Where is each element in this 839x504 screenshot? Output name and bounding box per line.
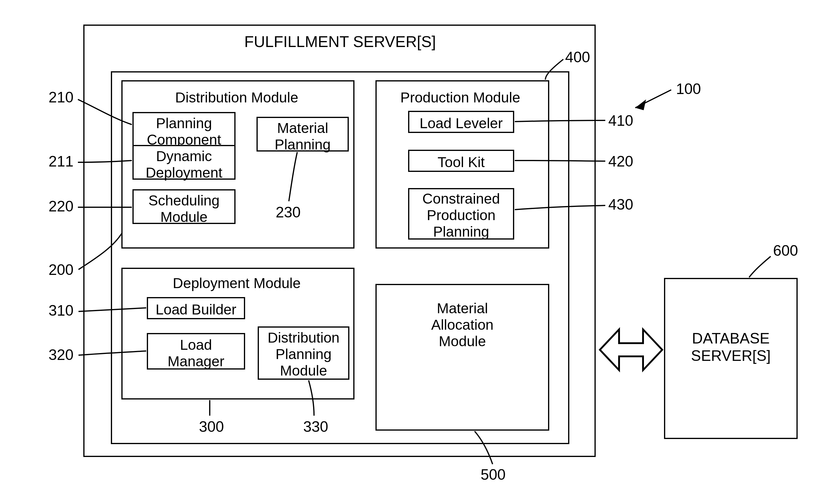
distribution-planning-label: Distribution Planning Module — [258, 329, 349, 379]
scheduling-module-label: Scheduling Module — [133, 192, 235, 225]
tool-kit-label: Tool Kit — [408, 154, 514, 170]
ref-100: 100 — [676, 80, 701, 97]
distribution-title: Distribution Module — [159, 89, 315, 106]
ref-330: 330 — [303, 418, 328, 435]
ref-600: 600 — [773, 242, 798, 259]
ref-430: 430 — [608, 196, 633, 213]
database-server-label: DATABASE SERVER[S] — [664, 330, 798, 364]
ref-220: 220 — [49, 198, 73, 215]
ref-320: 320 — [49, 346, 73, 363]
ref-230: 230 — [276, 204, 300, 221]
ref-400: 400 — [565, 49, 590, 66]
fulfillment-title: FULFILLMENT SERVER[S] — [222, 33, 458, 51]
svg-line-0 — [635, 90, 671, 108]
load-builder-label: Load Builder — [147, 301, 245, 318]
load-leveler-label: Load Leveler — [408, 115, 514, 131]
ref-300: 300 — [199, 418, 224, 435]
ref-410: 410 — [608, 112, 633, 129]
ref-310: 310 — [49, 302, 73, 319]
constrained-planning-label: Constrained Production Planning — [408, 191, 514, 240]
svg-marker-1 — [635, 100, 646, 110]
ref-200: 200 — [49, 261, 73, 278]
dynamic-deployment-label: Dynamic Deployment — [133, 148, 235, 181]
ref-211: 211 — [49, 153, 73, 170]
ref-210: 210 — [49, 89, 73, 106]
deployment-title: Deployment Module — [147, 275, 327, 291]
double-arrow-icon — [600, 329, 662, 370]
production-title: Production Module — [388, 89, 532, 106]
load-manager-label: Load Manager — [147, 337, 245, 370]
material-planning-label: Material Planning — [257, 120, 349, 153]
ref-500: 500 — [480, 466, 506, 483]
svg-marker-2 — [600, 329, 662, 370]
ref-420: 420 — [608, 153, 633, 170]
material-allocation-label: Material Allocation Module — [375, 300, 549, 350]
planning-component-label: Planning Component — [133, 115, 235, 148]
